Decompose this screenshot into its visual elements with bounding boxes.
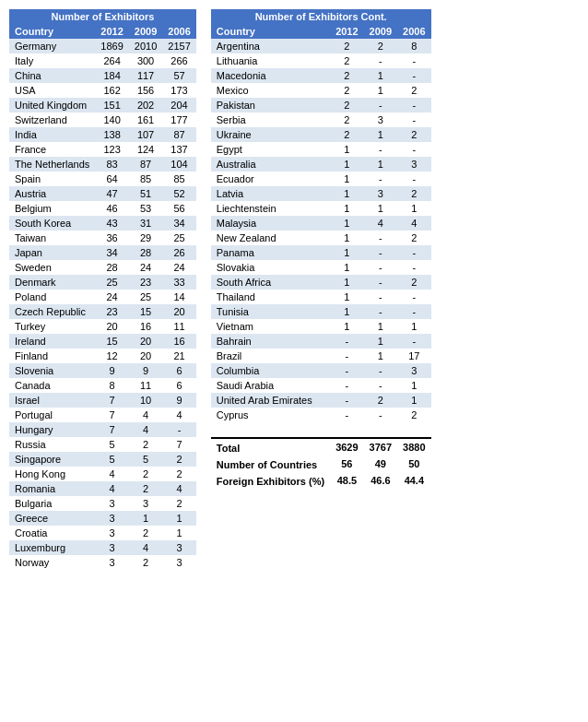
number-cell: 2 <box>397 231 430 245</box>
number-cell: 1 <box>397 393 430 408</box>
left-table-header: Number of Exhibitors <box>9 9 196 24</box>
number-cell: 1 <box>330 157 363 172</box>
table-row: Israel7109 <box>9 393 196 408</box>
table-row: USA162156173 <box>9 83 196 98</box>
country-cell: Portugal <box>9 408 95 422</box>
country-cell: Russia <box>9 437 95 452</box>
number-cell: 4 <box>129 408 162 422</box>
right-col-country: Country <box>211 24 330 39</box>
number-cell: 1 <box>330 260 363 275</box>
number-cell: 20 <box>95 319 128 334</box>
number-cell: 46 <box>95 201 128 216</box>
country-cell: Croatia <box>9 526 95 540</box>
country-cell: Bahrain <box>211 334 330 349</box>
number-cell: 2 <box>129 526 162 540</box>
number-cell: 1 <box>397 201 430 216</box>
table-row: Croatia321 <box>9 526 196 540</box>
number-cell: 4 <box>162 481 195 496</box>
summary-row: Total362937673880 <box>211 438 431 456</box>
table-row: Tunisia1-- <box>211 304 431 319</box>
number-cell: 2 <box>129 555 162 570</box>
left-col-2009: 2009 <box>129 24 162 39</box>
summary-2012: 3629 <box>330 438 363 456</box>
number-cell: 1 <box>330 290 363 304</box>
table-row: Egypt1-- <box>211 142 431 157</box>
number-cell: 1 <box>397 319 430 334</box>
number-cell: 4 <box>129 422 162 437</box>
number-cell: 1 <box>364 319 397 334</box>
table-row: Switzerland140161177 <box>9 112 196 127</box>
country-cell: Cyprus <box>211 408 330 422</box>
table-row: Latvia132 <box>211 186 431 201</box>
number-cell: 16 <box>162 334 195 349</box>
country-cell: Romania <box>9 481 95 496</box>
table-row: Ukraine212 <box>211 127 431 142</box>
number-cell: 266 <box>162 53 195 68</box>
left-table: Number of Exhibitors Country 2012 2009 2… <box>9 9 196 570</box>
number-cell: 1 <box>364 68 397 83</box>
number-cell: 5 <box>129 452 162 467</box>
number-cell: - <box>364 98 397 112</box>
number-cell: 51 <box>129 186 162 201</box>
number-cell: - <box>364 231 397 245</box>
number-cell: - <box>364 363 397 378</box>
number-cell: 29 <box>129 231 162 245</box>
number-cell: 21 <box>162 349 195 363</box>
country-cell: Egypt <box>211 142 330 157</box>
country-cell: India <box>9 127 95 142</box>
country-cell: Italy <box>9 53 95 68</box>
table-row: Saudi Arabia--1 <box>211 378 431 393</box>
number-cell: 2 <box>330 112 363 127</box>
number-cell: 1 <box>162 526 195 540</box>
table-row: Mexico212 <box>211 83 431 98</box>
number-cell: 25 <box>95 275 128 290</box>
country-cell: The Netherlands <box>9 157 95 172</box>
number-cell: 2 <box>364 393 397 408</box>
number-cell: - <box>397 53 430 68</box>
right-table-header: Number of Exhibitors Cont. <box>211 9 431 24</box>
number-cell: 1 <box>330 201 363 216</box>
number-cell: 2 <box>330 68 363 83</box>
number-cell: 7 <box>95 393 128 408</box>
number-cell: 5 <box>95 452 128 467</box>
number-cell: 20 <box>129 334 162 349</box>
number-cell: 7 <box>162 437 195 452</box>
table-row: Spain648585 <box>9 172 196 186</box>
number-cell: 9 <box>95 363 128 378</box>
number-cell: 140 <box>95 112 128 127</box>
number-cell: 2 <box>162 452 195 467</box>
table-row: Italy264300266 <box>9 53 196 68</box>
number-cell: 2 <box>397 186 430 201</box>
number-cell: 4 <box>397 216 430 231</box>
country-cell: Sweden <box>9 260 95 275</box>
tables-wrapper: Number of Exhibitors Country 2012 2009 2… <box>9 9 431 570</box>
number-cell: 5 <box>95 437 128 452</box>
number-cell: 123 <box>95 142 128 157</box>
number-cell: 4 <box>364 216 397 231</box>
table-row: China18411757 <box>9 68 196 83</box>
country-cell: Austria <box>9 186 95 201</box>
summary-2006: 50 <box>397 456 430 472</box>
number-cell: - <box>330 393 363 408</box>
number-cell: 24 <box>162 260 195 275</box>
number-cell: 1 <box>364 127 397 142</box>
number-cell: - <box>397 112 430 127</box>
number-cell: 85 <box>129 172 162 186</box>
number-cell: - <box>364 290 397 304</box>
number-cell: - <box>397 68 430 83</box>
country-cell: Columbia <box>211 363 330 378</box>
table-row: Japan342826 <box>9 245 196 260</box>
number-cell: 25 <box>162 231 195 245</box>
number-cell: 1 <box>330 186 363 201</box>
country-cell: Belgium <box>9 201 95 216</box>
number-cell: 138 <box>95 127 128 142</box>
number-cell: 1 <box>364 83 397 98</box>
table-row: Norway323 <box>9 555 196 570</box>
number-cell: 264 <box>95 53 128 68</box>
summary-row: Foreign Exhibitors (%)48.546.644.4 <box>211 472 431 489</box>
number-cell: 87 <box>162 127 195 142</box>
country-cell: Bulgaria <box>9 496 95 511</box>
number-cell: - <box>330 349 363 363</box>
country-cell: United Arab Emirates <box>211 393 330 408</box>
table-row: The Netherlands8387104 <box>9 157 196 172</box>
